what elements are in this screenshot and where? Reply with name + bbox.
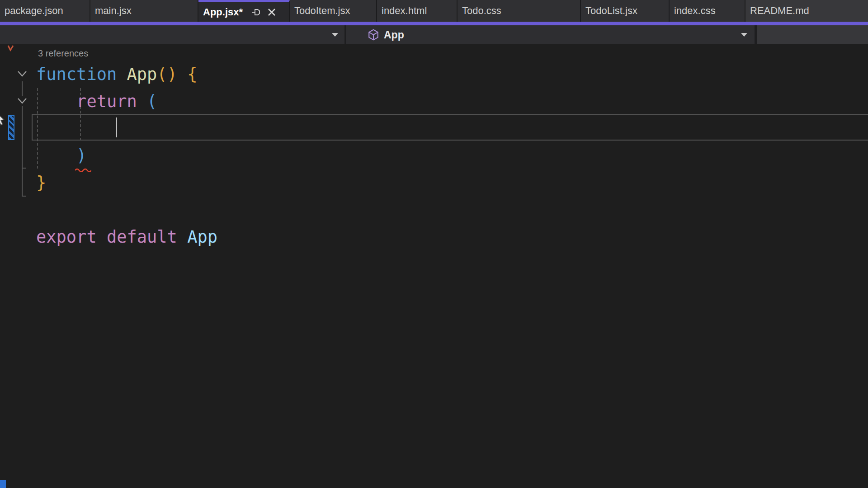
code-token: export [36, 227, 97, 247]
code-line: function App() { [0, 61, 868, 88]
code-token [36, 92, 76, 111]
code-line-empty [0, 197, 868, 224]
code-editor-surface[interactable]: 3 references function App() { return ( )… [0, 44, 868, 488]
code-line: return ( [0, 88, 868, 115]
code-token: default [107, 227, 177, 247]
code-token: () [157, 65, 177, 84]
tab-index-css[interactable]: index.css [670, 0, 745, 22]
navbar-right-section [757, 25, 868, 44]
code-token: ( [147, 92, 157, 111]
dropdown-arrow-icon [741, 33, 747, 37]
code-token: App [187, 227, 217, 247]
tab-label: index.html [382, 5, 427, 17]
code-content: 3 references function App() { return ( )… [0, 47, 868, 251]
tab-todoitem-jsx[interactable]: TodoItem.jsx [290, 0, 377, 22]
status-corner-accent [0, 480, 6, 488]
tab-label: index.css [674, 5, 716, 17]
tab-label: TodoItem.jsx [294, 5, 350, 17]
scope-dropdown[interactable] [0, 25, 344, 44]
tab-package-json[interactable]: package.json [0, 0, 90, 22]
tab-main-jsx[interactable]: main.jsx [90, 0, 198, 22]
code-token: App [127, 65, 157, 84]
code-token [137, 92, 147, 111]
code-token [97, 227, 107, 247]
close-icon[interactable] [267, 8, 276, 17]
code-line-empty [0, 115, 868, 142]
navigation-bar: App [0, 25, 868, 44]
code-line: export default App [0, 224, 868, 251]
tab-index-html[interactable]: index.html [377, 0, 458, 22]
tab-label: README.md [750, 5, 809, 17]
tab-label: main.jsx [95, 5, 132, 17]
tab-label: Todo.css [462, 5, 501, 17]
member-dropdown[interactable]: App [346, 25, 755, 44]
codelens-references[interactable]: 3 references [0, 47, 868, 61]
tab-label: App.jsx* [203, 6, 243, 18]
member-dropdown-value: App [384, 29, 404, 41]
tab-label: package.json [5, 5, 63, 17]
tab-label: TodoList.jsx [585, 5, 637, 17]
dropdown-arrow-icon [332, 33, 338, 37]
code-line: } [0, 169, 868, 197]
code-token [36, 146, 76, 165]
code-token: } [36, 173, 46, 192]
code-token: function [36, 65, 127, 84]
tab-app-jsx[interactable]: App.jsx* [198, 0, 290, 22]
active-document-accent-bar [0, 22, 868, 25]
code-line: ) [0, 142, 868, 169]
code-token [177, 227, 187, 247]
tab-readme-md[interactable]: README.md [745, 0, 868, 22]
code-token: return [76, 92, 137, 111]
code-token: { [177, 65, 198, 84]
tab-todolist-jsx[interactable]: TodoList.jsx [581, 0, 670, 22]
tab-todo-css[interactable]: Todo.css [458, 0, 581, 22]
code-token: ) [76, 146, 86, 165]
tab-bar: package.json main.jsx App.jsx* TodoItem.… [0, 0, 868, 22]
class-cube-icon [368, 28, 379, 41]
pin-icon[interactable] [251, 7, 261, 17]
